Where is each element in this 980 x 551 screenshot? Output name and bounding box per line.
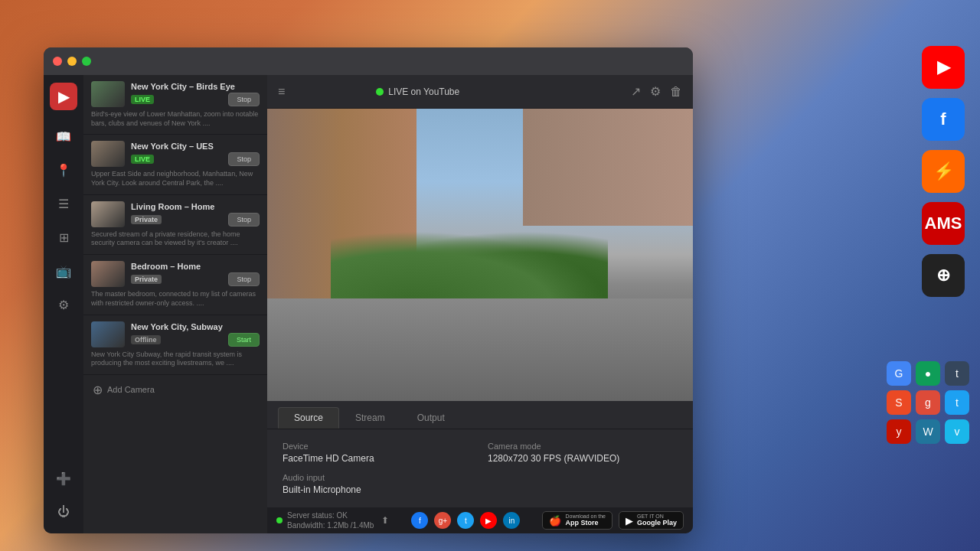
camera-item[interactable]: New York City – Birds Eye LIVE Stop Bird… [83,75,267,135]
status-badge: Offline [131,335,161,344]
server-status-text: Server status: OK Bandwidth: 1.2Mb /1.4M… [287,510,374,530]
store-badge-icon: 🍎 [549,515,561,527]
desktop-icons-small: G●tSgtyWv [887,361,969,444]
desktop-icons-large: ▶f⚡AMS⊕ [922,46,965,297]
camera-top: New York City – Birds Eye LIVE Stop [91,81,260,107]
app-logo-button[interactable]: ▶ [50,83,77,110]
sidebar-icon-settings[interactable]: ⚙ [50,291,77,318]
status-bar: Server status: OK Bandwidth: 1.2Mb /1.4M… [267,507,693,533]
social-icons: fg+t▶in [411,512,520,529]
camera-status-row: LIVE Stop [131,152,260,166]
live-indicator: LIVE on YouTube [376,86,459,97]
desktop-icon-small-wordpress[interactable]: W [916,419,940,444]
camera-description: Secured stream of a private residence, t… [91,230,260,248]
social-icon-googleplus[interactable]: g+ [434,512,451,529]
social-icon-linkedin[interactable]: in [503,512,520,529]
live-dot [376,88,384,96]
camera-thumb-image [91,261,125,287]
camera-thumb-image [91,81,125,107]
settings-grid: Device FaceTime HD Camera Camera mode 12… [267,429,693,507]
desktop-icon-thunder[interactable]: ⚡ [922,150,965,193]
camera-item[interactable]: Bedroom – Home Private Stop The master b… [83,255,267,315]
status-badge: LIVE [131,95,154,104]
camera-info: New York City – UES LIVE Stop [131,142,260,166]
sidebar-icon-video[interactable]: 📺 [50,257,77,285]
sidebar-icon-add[interactable]: ➕ [50,465,77,492]
menu-icon[interactable]: ≡ [278,85,285,99]
camera-name: New York City, Subway [131,322,260,331]
settings-button[interactable]: ⚙ [650,84,661,99]
store-badge-line2: App Store [565,519,606,527]
desktop-icon-small-tumblr[interactable]: t [945,361,969,386]
delete-button[interactable]: 🗑 [670,84,682,99]
camera-name: Living Room – Home [131,202,260,211]
camera-thumb-image [91,321,125,347]
camera-status-row: Private Stop [131,272,260,286]
app-window: ▶ 📖 📍 ☰ ⊞ 📺 ⚙ ➕ ⏻ New York City – Birds … [44,47,693,533]
add-camera-button[interactable]: ⊕Add Camera [83,375,267,405]
camera-info: Bedroom – Home Private Stop [131,262,260,286]
camera-top: Living Room – Home Private Stop [91,201,260,227]
google-play-badge[interactable]: ▶ GET IT ON Google Play [619,511,684,530]
camera-top: New York City, Subway Offline Start [91,321,260,347]
desktop-icon-small-chrome[interactable]: ● [916,361,940,386]
video-preview [267,109,693,401]
add-camera-label: Add Camera [107,385,155,394]
setting-row: Camera mode 980x551 30 FPS (RAWVIDEO) [488,442,678,464]
camera-description: Upper East Side and neighborhood, Manhat… [91,170,260,187]
desktop-icon-small-stumble[interactable]: S [887,390,911,415]
sidebar-icon-grid[interactable]: ⊞ [50,223,77,251]
desktop-icon-small-twitter2[interactable]: t [945,390,969,415]
sidebar-icon-book[interactable]: 📖 [50,122,77,150]
store-badge-line2: Google Play [637,519,677,527]
camera-action-button[interactable]: Stop [228,272,260,286]
sidebar-icon-location[interactable]: 📍 [50,156,77,184]
minimize-button[interactable] [67,57,77,66]
camera-thumbnail [91,261,125,287]
camera-description: New York City Subway, the rapid transit … [91,350,260,368]
camera-action-button[interactable]: Start [228,333,260,347]
source-tab-output[interactable]: Output [401,407,461,429]
desktop-icon-small-googleplus2[interactable]: g [916,390,940,415]
camera-status-row: Offline Start [131,333,260,347]
source-tab-source[interactable]: Source [278,407,339,429]
source-tabs: SourceStreamOutput [267,401,693,429]
server-ok-text: Server status: OK [287,510,374,520]
camera-action-button[interactable]: Stop [228,93,260,106]
camera-status-row: LIVE Stop [131,93,260,106]
desktop-icon-small-google[interactable]: G [887,361,911,386]
social-icon-twitter[interactable]: t [457,512,474,529]
setting-row: Device FaceTime HD Camera [283,442,472,464]
camera-status-row: Private Stop [131,213,260,227]
trees [331,231,607,305]
app-store-badge[interactable]: 🍎 Download on the App Store [542,511,612,530]
sidebar-icon-power[interactable]: ⏻ [50,498,77,526]
desktop-icon-small-yelp[interactable]: y [887,419,911,444]
camera-action-button[interactable]: Stop [228,152,260,166]
source-tab-stream[interactable]: Stream [339,407,401,429]
camera-name: Bedroom – Home [131,262,260,271]
camera-item[interactable]: New York City – UES LIVE Stop Upper East… [83,135,267,194]
desktop-icon-small-vimeo[interactable]: v [945,419,969,444]
desktop-icon-sniper[interactable]: ⊕ [922,254,965,297]
setting-label: Camera mode [488,442,678,451]
camera-action-button[interactable]: Stop [228,213,260,227]
title-bar [44,47,693,75]
street [267,298,693,401]
sidebar-icons: ▶ 📖 📍 ☰ ⊞ 📺 ⚙ ➕ ⏻ [44,75,83,533]
close-button[interactable] [53,57,62,66]
store-badge-text: Download on the App Store [565,514,606,527]
camera-item[interactable]: Living Room – Home Private Stop Secured … [83,195,267,255]
video-scene [267,109,693,401]
share-button[interactable]: ↗ [631,84,641,99]
desktop-icon-ams[interactable]: AMS [922,202,965,245]
desktop-icon-facebook[interactable]: f [922,98,965,141]
store-badges: 🍎 Download on the App Store ▶ GET IT ON … [542,511,684,530]
camera-item[interactable]: New York City, Subway Offline Start New … [83,315,267,375]
camera-name: New York City – Birds Eye [131,82,260,91]
desktop-icon-youtube[interactable]: ▶ [922,46,965,89]
maximize-button[interactable] [82,57,91,66]
social-icon-facebook[interactable]: f [411,512,428,529]
social-icon-youtube[interactable]: ▶ [480,512,497,529]
sidebar-icon-list[interactable]: ☰ [50,190,77,217]
